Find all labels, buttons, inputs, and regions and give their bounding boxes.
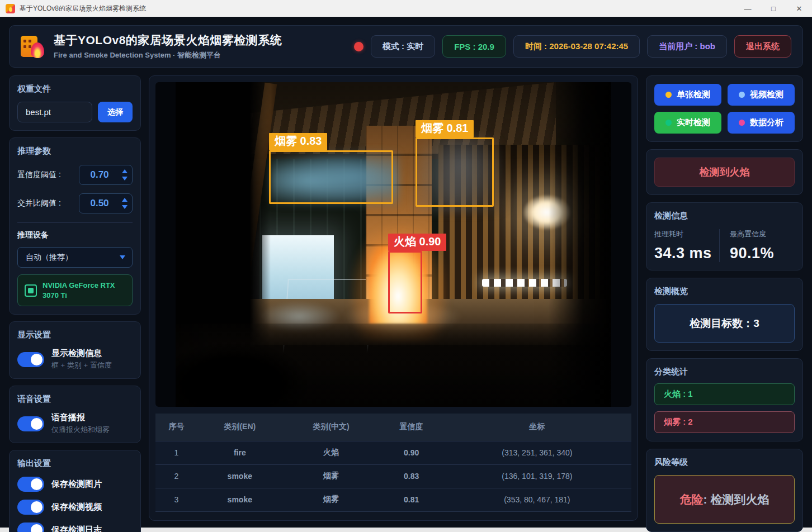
cell-confidence: 0.81 [380, 488, 442, 511]
cell-coords: (136, 101, 319, 178) [443, 464, 631, 488]
col-header-class-cn: 类别(中文) [282, 414, 380, 441]
cell-class-cn: 火焰 [282, 441, 380, 464]
table-header-row: 序号 类别(EN) 类别(中文) 置信度 坐标 [155, 414, 631, 441]
confidence-threshold-label: 置信度阈值 : [17, 170, 61, 180]
time-badge: 时间 : 2026-03-28 07:42:45 [513, 35, 640, 58]
weight-file-input[interactable]: best.pt [17, 102, 92, 122]
spinner-up-icon[interactable] [122, 198, 128, 202]
show-detection-info-toggle[interactable] [17, 352, 44, 367]
right-sidebar: 单张检测 视频检测 实时检测 数据分析 [646, 75, 803, 532]
iou-threshold-spinner[interactable]: 0.50 [79, 193, 133, 213]
save-logs-label: 保存检测日志 [51, 525, 102, 532]
save-images-label: 保存检测图片 [51, 479, 102, 490]
save-videos-label: 保存检测视频 [51, 502, 102, 512]
chevron-down-icon [120, 255, 125, 259]
detection-label-fire: 火焰 0.90 [388, 234, 446, 251]
save-videos-toggle[interactable] [17, 500, 44, 515]
save-logs-toggle[interactable] [17, 522, 44, 532]
cell-class-en: smoke [197, 464, 282, 488]
left-sidebar: 权重文件 best.pt 选择 推理参数 置信度阈值 : 0.70 [9, 75, 141, 532]
single-image-detect-button[interactable]: 单张检测 [654, 84, 721, 106]
maximize-button[interactable]: □ [761, 0, 786, 17]
cell-confidence: 0.83 [380, 464, 442, 488]
data-analysis-button[interactable]: 数据分析 [728, 112, 795, 134]
detection-overview-title: 检测概览 [654, 286, 795, 297]
fire-detected-status: 检测到火焰 [654, 158, 795, 187]
fire-count-box: 火焰 : 1 [654, 383, 795, 405]
risk-level-prefix: 危险 [680, 492, 704, 507]
choose-weight-button[interactable]: 选择 [98, 102, 133, 122]
mode-badge: 模式 : 实时 [371, 35, 435, 58]
display-settings-card: 显示设置 显示检测信息 框 + 类别 + 置信度 [9, 321, 141, 379]
show-detection-info-sub: 框 + 类别 + 置信度 [51, 360, 112, 370]
cell-class-en: smoke [197, 488, 282, 511]
app-header: 基于YOLOv8的家居场景火焰烟雾检测系统 Fire and Smoke Det… [9, 25, 803, 68]
detection-box-smoke-2 [416, 137, 494, 207]
spinner-up-icon[interactable] [122, 169, 128, 173]
risk-level-card: 风险等级 危险 : 检测到火焰 [646, 449, 803, 532]
max-confidence-value: 90.1% [730, 245, 795, 262]
inference-time-value: 34.3 ms [654, 245, 719, 262]
table-row[interactable]: 2 smoke 烟雾 0.83 (136, 101, 319, 178) [155, 464, 631, 488]
detection-actions-card: 单张检测 视频检测 实时检测 数据分析 [646, 75, 803, 142]
alert-status-card: 检测到火焰 [646, 149, 803, 195]
device-select[interactable]: 自动（推荐） [17, 247, 133, 268]
cell-index: 3 [155, 488, 197, 511]
video-detect-button[interactable]: 视频检测 [728, 84, 795, 106]
save-images-toggle[interactable] [17, 477, 44, 492]
detection-label-smoke-1: 烟雾 0.83 [269, 133, 327, 150]
cell-coords: (353, 80, 467, 181) [443, 488, 631, 511]
voice-broadcast-toggle[interactable] [17, 416, 44, 431]
risk-level-title: 风险等级 [654, 457, 795, 468]
app-root: 基于YOLOv8的家居场景火焰烟雾检测系统 Fire and Smoke Det… [0, 17, 812, 528]
voice-broadcast-label: 语音播报 [51, 412, 110, 423]
risk-level-box: 危险 : 检测到火焰 [654, 475, 795, 524]
window-titlebar: 基于YOLOv8的家居场景火焰烟雾检测系统 — □ ✕ [0, 0, 812, 17]
exit-system-button[interactable]: 退出系统 [734, 35, 791, 58]
spinner-down-icon[interactable] [122, 205, 128, 209]
cell-class-cn: 烟雾 [282, 464, 380, 488]
spinner-down-icon[interactable] [122, 177, 128, 180]
cell-index: 1 [155, 441, 197, 464]
voice-settings-card: 语音设置 语音播报 仅播报火焰和烟雾 [9, 386, 141, 443]
table-row[interactable]: 1 fire 火焰 0.90 (313, 251, 361, 340) [155, 441, 631, 464]
detection-info-card: 检测信息 推理耗时 34.3 ms 最高置信度 90.1% [646, 202, 803, 270]
voice-broadcast-sub: 仅播报火焰和烟雾 [51, 425, 110, 435]
cell-confidence: 0.90 [380, 441, 442, 464]
class-stats-card: 分类统计 火焰 : 1 烟雾 : 2 [646, 358, 803, 441]
blue-dot-icon [739, 92, 745, 98]
risk-level-suffix: : 检测到火焰 [704, 492, 769, 507]
realtime-detect-label: 实时检测 [677, 117, 710, 128]
table-row[interactable]: 3 smoke 烟雾 0.81 (353, 80, 467, 181) [155, 488, 631, 511]
inference-time-label: 推理耗时 [654, 229, 719, 239]
cell-coords: (313, 251, 361, 340) [443, 441, 631, 464]
gpu-info-badge: NVIDIA GeForce RTX 3070 Ti [17, 274, 133, 306]
yellow-dot-icon [665, 92, 672, 98]
voice-card-title: 语音设置 [17, 394, 133, 405]
confidence-threshold-spinner[interactable]: 0.70 [79, 165, 133, 185]
confidence-threshold-value: 0.70 [79, 169, 120, 180]
inference-device-label: 推理设备 [17, 230, 133, 240]
detection-label-smoke-2: 烟雾 0.81 [416, 120, 474, 137]
window-title: 基于YOLOv8的家居场景火焰烟雾检测系统 [20, 4, 735, 13]
detection-panel: 烟雾 0.83 烟雾 0.81 火焰 0.90 序号 类别(EN) 类别(中文)… [149, 75, 638, 521]
current-user-badge: 当前用户 : bob [647, 35, 727, 58]
cell-class-cn: 烟雾 [282, 488, 380, 511]
detection-info-title: 检测信息 [654, 211, 795, 221]
realtime-detect-button[interactable]: 实时检测 [654, 112, 721, 134]
target-count-box: 检测目标数：3 [654, 304, 795, 343]
col-header-coords: 坐标 [443, 414, 631, 441]
green-dot-icon [665, 120, 672, 126]
detection-box-fire [388, 251, 422, 314]
weight-file-card: 权重文件 best.pt 选择 [9, 75, 141, 131]
show-detection-info-label: 显示检测信息 [51, 348, 112, 359]
page-title: 基于YOLOv8的家居场景火焰烟雾检测系统 [54, 32, 282, 48]
close-button[interactable]: ✕ [786, 0, 812, 17]
data-analysis-label: 数据分析 [750, 117, 783, 128]
cell-class-en: fire [197, 441, 282, 464]
col-header-class-en: 类别(EN) [197, 414, 282, 441]
max-confidence-label: 最高置信度 [730, 229, 795, 239]
inference-card-title: 推理参数 [17, 146, 133, 156]
app-logo-icon [21, 35, 44, 58]
minimize-button[interactable]: — [735, 0, 761, 17]
